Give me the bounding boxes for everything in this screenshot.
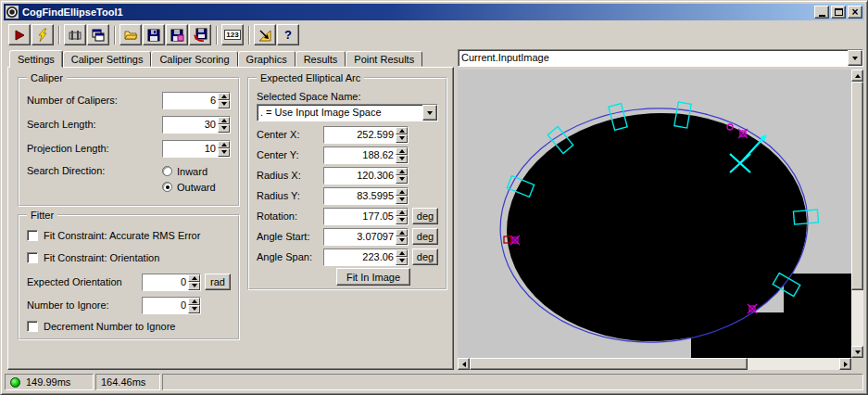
tab-point-results[interactable]: Point Results [346, 51, 422, 67]
spin-down-button[interactable] [396, 134, 408, 143]
combo-dropdown-button[interactable] [422, 105, 437, 121]
radius-y-label: Radius Y: [257, 190, 323, 201]
copy-window-button[interactable] [87, 24, 109, 45]
spin-down-button[interactable] [396, 236, 408, 245]
radius-y-input[interactable] [324, 188, 396, 204]
toolbar-separator [248, 26, 250, 45]
spin-up-button[interactable] [396, 188, 408, 197]
close-button[interactable]: × [848, 6, 862, 19]
spin-up-button[interactable] [396, 127, 408, 135]
scroll-left-button[interactable] [458, 358, 470, 370]
projection-length-input[interactable] [163, 141, 218, 157]
angle-start-input[interactable] [324, 229, 396, 245]
center-x-spinner [323, 126, 409, 144]
search-length-input[interactable] [163, 117, 218, 133]
up-arrow-icon [399, 190, 405, 194]
horizontal-scroll-thumb[interactable] [470, 358, 748, 370]
minimize-icon [819, 15, 825, 17]
spin-up-button[interactable] [188, 274, 200, 283]
scroll-down-button[interactable] [851, 346, 863, 358]
number-to-ignore-row: Number to Ignore: [27, 296, 231, 314]
up-arrow-icon [221, 119, 227, 122]
tab-settings[interactable]: Settings [9, 50, 63, 68]
spin-up-button[interactable] [396, 168, 408, 176]
total-time-value: 164.46ms [101, 376, 145, 388]
horizontal-scrollbar[interactable] [458, 358, 851, 370]
rotation-deg-button[interactable]: deg [412, 208, 438, 224]
tab-graphics[interactable]: Graphics [238, 51, 296, 67]
vertical-scroll-thumb[interactable] [851, 82, 863, 290]
search-direction-inward-option[interactable]: Inward [162, 163, 231, 179]
display-values-button[interactable]: 123 [221, 24, 244, 45]
orientation-constraint-checkbox[interactable] [27, 252, 38, 263]
combo-dropdown-button[interactable] [848, 50, 862, 66]
scroll-up-button[interactable] [851, 70, 863, 82]
number-to-ignore-input[interactable] [143, 298, 188, 313]
fit-in-image-button[interactable]: Fit In Image [336, 268, 410, 286]
spin-up-button[interactable] [396, 249, 408, 258]
position-tool-button[interactable] [254, 24, 276, 45]
angle-span-input[interactable] [324, 249, 396, 265]
search-direction-outward-option[interactable]: Outward [162, 179, 231, 195]
arc-group-title: Expected Elliptical Arc [257, 72, 364, 83]
image-source-combobox[interactable]: Current.InputImage [458, 49, 863, 67]
center-x-row: Center X: [257, 125, 438, 144]
search-length-label: Search Length: [27, 119, 162, 130]
up-arrow-icon [399, 251, 405, 255]
center-x-input[interactable] [324, 127, 396, 143]
spin-up-button[interactable] [396, 209, 408, 217]
down-arrow-icon [221, 102, 227, 106]
tab-results[interactable]: Results [296, 51, 346, 67]
decrement-checkbox[interactable] [27, 321, 38, 332]
save-button[interactable] [143, 24, 165, 45]
caliper-shapes-button[interactable] [64, 24, 86, 45]
spin-up-button[interactable] [188, 298, 200, 306]
image-canvas[interactable] [458, 70, 851, 358]
run-button[interactable] [8, 24, 31, 45]
expected-orientation-row: Expected Orientation rad [27, 273, 231, 291]
rotation-input[interactable] [324, 209, 396, 224]
spin-down-button[interactable] [396, 175, 408, 184]
vertical-scrollbar[interactable] [851, 70, 863, 358]
spin-up-button[interactable] [396, 229, 408, 237]
space-name-combobox[interactable]: . = Use Input Image Space [257, 104, 438, 121]
angle-span-label: Angle Span: [257, 251, 323, 262]
maximize-button[interactable] [831, 6, 846, 19]
save-image-button[interactable] [166, 24, 188, 45]
spin-down-button[interactable] [396, 155, 408, 163]
save-results-button[interactable] [189, 24, 211, 45]
rad-unit-button[interactable]: rad [205, 274, 231, 290]
minimize-button[interactable] [814, 6, 829, 19]
electric-run-button[interactable] [31, 24, 54, 45]
spin-down-button[interactable] [218, 148, 230, 157]
spin-down-button[interactable] [396, 257, 408, 265]
down-arrow-icon [399, 157, 405, 160]
spin-down-button[interactable] [396, 216, 408, 224]
expected-orientation-input[interactable] [143, 274, 188, 290]
radius-x-input[interactable] [324, 168, 396, 184]
spin-up-button[interactable] [396, 147, 408, 156]
spin-down-button[interactable] [218, 124, 230, 133]
angle-start-deg-button[interactable]: deg [412, 228, 438, 245]
number-of-calipers-label: Number of Calipers: [27, 95, 162, 106]
angle-span-deg-button[interactable]: deg [412, 248, 438, 265]
scroll-right-button[interactable] [839, 358, 851, 370]
down-arrow-icon [427, 111, 433, 115]
rms-constraint-checkbox[interactable] [27, 230, 38, 241]
help-button[interactable]: ? [277, 24, 299, 45]
center-y-input[interactable] [324, 147, 396, 163]
angle-start-spinner [323, 228, 409, 246]
spin-down-button[interactable] [188, 282, 200, 290]
open-file-button[interactable] [120, 24, 142, 45]
spin-up-button[interactable] [218, 117, 230, 125]
number-of-calipers-input[interactable] [163, 93, 218, 108]
spin-up-button[interactable] [218, 93, 230, 101]
ruler-pointer-icon [258, 28, 272, 43]
spin-down-button[interactable] [396, 196, 408, 204]
tab-caliper-scoring[interactable]: Caliper Scoring [151, 51, 237, 67]
tab-caliper-settings[interactable]: Caliper Settings [63, 51, 152, 67]
angle-start-row: Angle Start: deg [257, 227, 438, 246]
spin-down-button[interactable] [218, 100, 230, 108]
spin-down-button[interactable] [188, 305, 200, 313]
spin-up-button[interactable] [218, 141, 230, 149]
